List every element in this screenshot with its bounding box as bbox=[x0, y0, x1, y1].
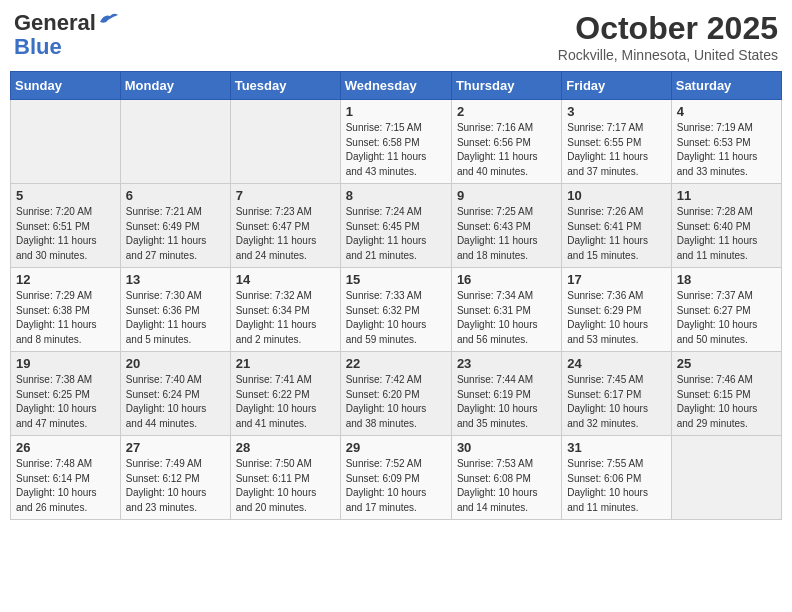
calendar-cell: 21Sunrise: 7:41 AM Sunset: 6:22 PM Dayli… bbox=[230, 352, 340, 436]
day-number: 15 bbox=[346, 272, 446, 287]
calendar-week-5: 26Sunrise: 7:48 AM Sunset: 6:14 PM Dayli… bbox=[11, 436, 782, 520]
calendar-cell: 6Sunrise: 7:21 AM Sunset: 6:49 PM Daylig… bbox=[120, 184, 230, 268]
day-number: 8 bbox=[346, 188, 446, 203]
calendar-cell: 29Sunrise: 7:52 AM Sunset: 6:09 PM Dayli… bbox=[340, 436, 451, 520]
calendar-cell bbox=[11, 100, 121, 184]
calendar-cell: 10Sunrise: 7:26 AM Sunset: 6:41 PM Dayli… bbox=[562, 184, 671, 268]
day-info: Sunrise: 7:24 AM Sunset: 6:45 PM Dayligh… bbox=[346, 205, 446, 263]
day-info: Sunrise: 7:40 AM Sunset: 6:24 PM Dayligh… bbox=[126, 373, 225, 431]
day-number: 23 bbox=[457, 356, 556, 371]
day-number: 19 bbox=[16, 356, 115, 371]
day-info: Sunrise: 7:17 AM Sunset: 6:55 PM Dayligh… bbox=[567, 121, 665, 179]
logo-bird-icon bbox=[98, 12, 120, 30]
calendar-cell bbox=[230, 100, 340, 184]
day-number: 6 bbox=[126, 188, 225, 203]
logo: General Blue bbox=[14, 10, 120, 58]
title-area: October 2025 Rockville, Minnesota, Unite… bbox=[558, 10, 778, 63]
day-number: 25 bbox=[677, 356, 776, 371]
calendar-cell bbox=[120, 100, 230, 184]
day-number: 14 bbox=[236, 272, 335, 287]
day-number: 2 bbox=[457, 104, 556, 119]
calendar-cell: 26Sunrise: 7:48 AM Sunset: 6:14 PM Dayli… bbox=[11, 436, 121, 520]
calendar-header-row: SundayMondayTuesdayWednesdayThursdayFrid… bbox=[11, 72, 782, 100]
day-number: 12 bbox=[16, 272, 115, 287]
day-number: 21 bbox=[236, 356, 335, 371]
day-number: 10 bbox=[567, 188, 665, 203]
day-info: Sunrise: 7:21 AM Sunset: 6:49 PM Dayligh… bbox=[126, 205, 225, 263]
day-number: 7 bbox=[236, 188, 335, 203]
day-number: 30 bbox=[457, 440, 556, 455]
day-info: Sunrise: 7:26 AM Sunset: 6:41 PM Dayligh… bbox=[567, 205, 665, 263]
day-info: Sunrise: 7:23 AM Sunset: 6:47 PM Dayligh… bbox=[236, 205, 335, 263]
day-info: Sunrise: 7:36 AM Sunset: 6:29 PM Dayligh… bbox=[567, 289, 665, 347]
calendar-cell: 23Sunrise: 7:44 AM Sunset: 6:19 PM Dayli… bbox=[451, 352, 561, 436]
day-info: Sunrise: 7:28 AM Sunset: 6:40 PM Dayligh… bbox=[677, 205, 776, 263]
logo-blue: Blue bbox=[14, 36, 62, 58]
day-info: Sunrise: 7:52 AM Sunset: 6:09 PM Dayligh… bbox=[346, 457, 446, 515]
calendar-cell: 20Sunrise: 7:40 AM Sunset: 6:24 PM Dayli… bbox=[120, 352, 230, 436]
calendar-cell: 18Sunrise: 7:37 AM Sunset: 6:27 PM Dayli… bbox=[671, 268, 781, 352]
calendar-week-4: 19Sunrise: 7:38 AM Sunset: 6:25 PM Dayli… bbox=[11, 352, 782, 436]
day-info: Sunrise: 7:55 AM Sunset: 6:06 PM Dayligh… bbox=[567, 457, 665, 515]
day-info: Sunrise: 7:33 AM Sunset: 6:32 PM Dayligh… bbox=[346, 289, 446, 347]
calendar-cell: 16Sunrise: 7:34 AM Sunset: 6:31 PM Dayli… bbox=[451, 268, 561, 352]
day-info: Sunrise: 7:45 AM Sunset: 6:17 PM Dayligh… bbox=[567, 373, 665, 431]
month-title: October 2025 bbox=[558, 10, 778, 47]
day-info: Sunrise: 7:16 AM Sunset: 6:56 PM Dayligh… bbox=[457, 121, 556, 179]
calendar-cell: 2Sunrise: 7:16 AM Sunset: 6:56 PM Daylig… bbox=[451, 100, 561, 184]
day-info: Sunrise: 7:15 AM Sunset: 6:58 PM Dayligh… bbox=[346, 121, 446, 179]
calendar-cell: 24Sunrise: 7:45 AM Sunset: 6:17 PM Dayli… bbox=[562, 352, 671, 436]
col-header-wednesday: Wednesday bbox=[340, 72, 451, 100]
calendar-cell: 7Sunrise: 7:23 AM Sunset: 6:47 PM Daylig… bbox=[230, 184, 340, 268]
col-header-tuesday: Tuesday bbox=[230, 72, 340, 100]
calendar-cell: 17Sunrise: 7:36 AM Sunset: 6:29 PM Dayli… bbox=[562, 268, 671, 352]
calendar-cell: 4Sunrise: 7:19 AM Sunset: 6:53 PM Daylig… bbox=[671, 100, 781, 184]
day-number: 16 bbox=[457, 272, 556, 287]
day-number: 31 bbox=[567, 440, 665, 455]
day-info: Sunrise: 7:29 AM Sunset: 6:38 PM Dayligh… bbox=[16, 289, 115, 347]
calendar-cell: 14Sunrise: 7:32 AM Sunset: 6:34 PM Dayli… bbox=[230, 268, 340, 352]
col-header-friday: Friday bbox=[562, 72, 671, 100]
day-info: Sunrise: 7:30 AM Sunset: 6:36 PM Dayligh… bbox=[126, 289, 225, 347]
day-number: 22 bbox=[346, 356, 446, 371]
calendar-cell: 31Sunrise: 7:55 AM Sunset: 6:06 PM Dayli… bbox=[562, 436, 671, 520]
day-info: Sunrise: 7:46 AM Sunset: 6:15 PM Dayligh… bbox=[677, 373, 776, 431]
calendar-cell: 25Sunrise: 7:46 AM Sunset: 6:15 PM Dayli… bbox=[671, 352, 781, 436]
day-info: Sunrise: 7:38 AM Sunset: 6:25 PM Dayligh… bbox=[16, 373, 115, 431]
day-number: 9 bbox=[457, 188, 556, 203]
day-info: Sunrise: 7:49 AM Sunset: 6:12 PM Dayligh… bbox=[126, 457, 225, 515]
calendar-cell: 30Sunrise: 7:53 AM Sunset: 6:08 PM Dayli… bbox=[451, 436, 561, 520]
calendar-cell: 15Sunrise: 7:33 AM Sunset: 6:32 PM Dayli… bbox=[340, 268, 451, 352]
day-number: 20 bbox=[126, 356, 225, 371]
day-info: Sunrise: 7:44 AM Sunset: 6:19 PM Dayligh… bbox=[457, 373, 556, 431]
col-header-monday: Monday bbox=[120, 72, 230, 100]
day-info: Sunrise: 7:37 AM Sunset: 6:27 PM Dayligh… bbox=[677, 289, 776, 347]
calendar-cell bbox=[671, 436, 781, 520]
calendar-week-1: 1Sunrise: 7:15 AM Sunset: 6:58 PM Daylig… bbox=[11, 100, 782, 184]
day-info: Sunrise: 7:50 AM Sunset: 6:11 PM Dayligh… bbox=[236, 457, 335, 515]
calendar-cell: 12Sunrise: 7:29 AM Sunset: 6:38 PM Dayli… bbox=[11, 268, 121, 352]
calendar-week-2: 5Sunrise: 7:20 AM Sunset: 6:51 PM Daylig… bbox=[11, 184, 782, 268]
day-number: 3 bbox=[567, 104, 665, 119]
location: Rockville, Minnesota, United States bbox=[558, 47, 778, 63]
day-info: Sunrise: 7:34 AM Sunset: 6:31 PM Dayligh… bbox=[457, 289, 556, 347]
day-number: 13 bbox=[126, 272, 225, 287]
day-number: 18 bbox=[677, 272, 776, 287]
calendar-cell: 5Sunrise: 7:20 AM Sunset: 6:51 PM Daylig… bbox=[11, 184, 121, 268]
day-info: Sunrise: 7:41 AM Sunset: 6:22 PM Dayligh… bbox=[236, 373, 335, 431]
calendar-cell: 13Sunrise: 7:30 AM Sunset: 6:36 PM Dayli… bbox=[120, 268, 230, 352]
day-info: Sunrise: 7:32 AM Sunset: 6:34 PM Dayligh… bbox=[236, 289, 335, 347]
day-number: 28 bbox=[236, 440, 335, 455]
page-header: General Blue October 2025 Rockville, Min… bbox=[10, 10, 782, 63]
day-number: 24 bbox=[567, 356, 665, 371]
calendar-cell: 28Sunrise: 7:50 AM Sunset: 6:11 PM Dayli… bbox=[230, 436, 340, 520]
day-number: 27 bbox=[126, 440, 225, 455]
calendar-cell: 3Sunrise: 7:17 AM Sunset: 6:55 PM Daylig… bbox=[562, 100, 671, 184]
calendar-cell: 27Sunrise: 7:49 AM Sunset: 6:12 PM Dayli… bbox=[120, 436, 230, 520]
col-header-sunday: Sunday bbox=[11, 72, 121, 100]
day-number: 29 bbox=[346, 440, 446, 455]
day-info: Sunrise: 7:48 AM Sunset: 6:14 PM Dayligh… bbox=[16, 457, 115, 515]
day-number: 26 bbox=[16, 440, 115, 455]
calendar-week-3: 12Sunrise: 7:29 AM Sunset: 6:38 PM Dayli… bbox=[11, 268, 782, 352]
col-header-saturday: Saturday bbox=[671, 72, 781, 100]
